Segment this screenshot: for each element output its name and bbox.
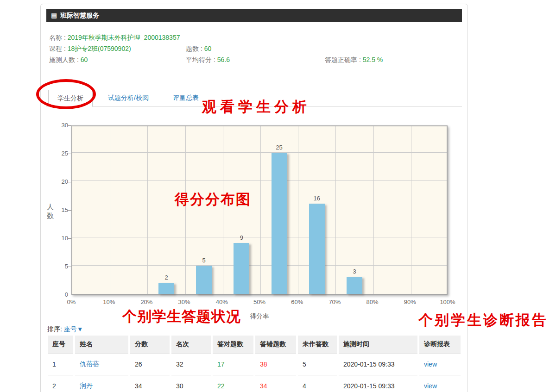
y-tick-label: 5 (51, 263, 68, 270)
gridline-horizontal (72, 180, 447, 181)
avg-score-label: 平均得分 (186, 56, 212, 63)
cell-wrong: 38 (255, 354, 296, 375)
y-tick-mark (68, 154, 71, 154)
y-tick-mark (68, 210, 71, 211)
examinee-count-label: 施测人数 (49, 56, 75, 63)
gridline-vertical (411, 126, 411, 294)
sort-arrow-icon: ▼ (77, 325, 83, 333)
table-header-0: 座号 (48, 336, 73, 354)
examinee-count-value: 60 (81, 56, 88, 63)
x-tick-label: 90% (396, 299, 424, 305)
table-header-4: 答对题数 (213, 336, 253, 354)
accuracy-label: 答题正确率 (325, 56, 357, 63)
cell-score: 34 (130, 375, 170, 392)
gridline-vertical (373, 126, 374, 294)
student-name-link[interactable]: 仇蓓蓓 (75, 354, 128, 375)
accuracy-value: 52.5 % (363, 56, 383, 63)
annotation-answer-status: 个别学生答题状况 (122, 307, 241, 326)
cell-correct: 22 (213, 375, 253, 392)
exam-name-label: 名称 (49, 34, 62, 41)
table-header-row: 座号姓名分数名次答对题数答错题数未作答数施测时间诊断报表 (48, 336, 461, 354)
cell-correct: 17 (213, 354, 253, 375)
bar-65pct (309, 204, 325, 294)
view-report-link[interactable]: view (419, 354, 461, 375)
table-header-5: 答错题数 (255, 336, 296, 354)
bar-value-label: 9 (223, 234, 260, 241)
chart-x-axis-title: 得分率 (241, 312, 278, 321)
y-tick-mark (68, 267, 71, 267)
tab-1[interactable]: 试题分析/校阅 (99, 90, 158, 106)
cell-rank: 30 (171, 375, 211, 392)
gridline-horizontal (72, 152, 447, 153)
x-tick-label: 30% (171, 299, 198, 305)
cell-seat: 2 (48, 375, 73, 392)
bar-value-label: 25 (261, 144, 298, 151)
sort-row: 排序: 座号▼ (47, 325, 83, 334)
course-field: 课程 : 18护专2班(07590902) (49, 43, 131, 54)
y-tick-label: 25 (51, 150, 68, 157)
gridline-horizontal (72, 265, 447, 266)
table-header-8: 诊断报表 (419, 336, 461, 354)
gridline-vertical (298, 126, 298, 294)
exam-info: 名称 : 2019年秋季期末外科护理_2000138357 课程 : 18护专2… (49, 32, 461, 65)
gridline-vertical (110, 126, 110, 294)
cell-test-time: 2020-01-15 09:33 (339, 354, 417, 375)
table-header-7: 施测时间 (339, 336, 417, 354)
bar-value-label: 3 (336, 268, 373, 275)
journal-icon: ▤ (51, 9, 57, 22)
x-tick-label: 20% (133, 299, 160, 305)
view-report-link[interactable]: view (419, 375, 461, 392)
gridline-horizontal (72, 209, 447, 209)
student-table-wrap: 座号姓名分数名次答对题数答错题数未作答数施测时间诊断报表 1仇蓓蓓2632173… (46, 336, 462, 392)
cell-wrong: 34 (255, 375, 296, 392)
question-count-value: 60 (204, 45, 212, 52)
examinee-count-field: 施测人数 : 60 (49, 54, 88, 65)
tab-2[interactable]: 评量总表 (164, 90, 208, 106)
x-tick-label: 60% (283, 299, 311, 305)
x-tick-label: 70% (321, 299, 348, 305)
accuracy-field: 答题正确率 : 52.5 % (325, 54, 383, 65)
y-tick-mark (68, 238, 71, 239)
x-tick-label: 100% (434, 299, 461, 305)
score-distribution-chart: 人数 25925163 得分率 0510152025300%10%20%30%4… (41, 121, 467, 324)
y-tick-mark (68, 182, 71, 182)
sort-label: 排序: (47, 325, 62, 333)
y-tick-mark (68, 125, 71, 126)
bar-45pct (234, 243, 249, 294)
cell-rank: 32 (171, 354, 211, 375)
main-panel: ▤班际智慧服务 名称 : 2019年秋季期末外科护理_2000138357 课程… (40, 4, 468, 392)
plot-area: 25925163 (71, 125, 448, 295)
y-tick-label: 10 (51, 235, 68, 242)
sort-by-seat-link[interactable]: 座号▼ (64, 325, 83, 333)
cell-score: 26 (130, 354, 170, 375)
bar-value-label: 16 (298, 195, 335, 202)
bar-value-label: 5 (185, 257, 222, 264)
gridline-vertical (147, 126, 148, 294)
student-table: 座号姓名分数名次答对题数答错题数未作答数施测时间诊断报表 1仇蓓蓓2632173… (46, 336, 462, 392)
panel-title: 班际智慧服务 (60, 12, 99, 19)
x-tick-label: 10% (95, 299, 123, 305)
bar-55pct (272, 153, 287, 294)
cell-blank: 4 (298, 375, 337, 392)
table-row: 1仇蓓蓓2632173852020-01-15 09:33view (48, 354, 461, 375)
x-tick-label: 80% (359, 299, 386, 305)
y-tick-label: 20 (51, 178, 68, 186)
annotation-score-distribution: 得分分布图 (175, 190, 251, 209)
avg-score-value: 56.6 (217, 56, 230, 63)
x-tick-label: 0% (57, 299, 85, 305)
table-row: 2润丹3430223442020-01-15 09:33view (48, 375, 461, 392)
y-tick-mark (68, 295, 71, 295)
student-name-link[interactable]: 润丹 (75, 375, 128, 392)
table-header-1: 姓名 (75, 336, 128, 354)
avg-score-field: 平均得分 : 56.6 (186, 54, 230, 65)
y-tick-label: 15 (51, 206, 68, 214)
cell-blank: 5 (298, 354, 337, 375)
exam-name-value: 2019年秋季期末外科护理_2000138357 (68, 34, 180, 41)
question-count-field: 题数 : 60 (186, 43, 211, 54)
annotation-diagnosis-report: 个别学生诊断报告 (418, 311, 548, 330)
table-header-2: 分数 (130, 336, 170, 354)
gridline-vertical (260, 126, 261, 294)
panel-title-bar: ▤班际智慧服务 (46, 9, 462, 22)
active-tab-circle-annotation (36, 79, 96, 109)
course-label: 课程 (49, 45, 62, 52)
